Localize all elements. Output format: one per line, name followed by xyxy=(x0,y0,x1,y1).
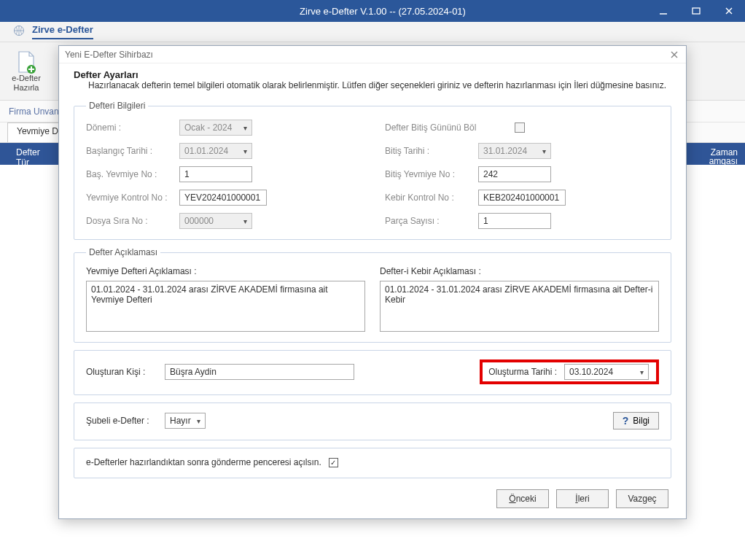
chevron-down-icon: ▾ xyxy=(197,417,200,425)
question-icon: ? xyxy=(623,415,629,427)
branch-label: Şubeli e-Defter : xyxy=(86,416,159,426)
prepare-edefter-label: e-Defter Hazırla xyxy=(8,74,44,91)
end-yevmiye-label: Bitiş Yevmiye No : xyxy=(385,169,472,179)
end-date-label: Bitiş Tarihi : xyxy=(385,146,472,156)
window-title: Zirve e-Defter V.1.00 -- (27.05.2024-01) xyxy=(20,6,745,17)
yevmiye-control-input[interactable] xyxy=(179,190,267,206)
ribbon-tab-active[interactable]: Zirve e-Defter xyxy=(32,24,93,39)
period-combo[interactable]: Ocak - 2024▾ xyxy=(179,120,252,136)
app-icon-small xyxy=(0,6,20,16)
creator-label: Oluşturan Kişi : xyxy=(86,367,159,377)
file-seq-label: Dosya Sıra No : xyxy=(86,216,173,226)
chevron-down-icon: ▾ xyxy=(640,368,644,376)
after-prepare-label: e-Defterler hazırlandıktan sonra gönderm… xyxy=(86,457,321,467)
wizard-footer: Önceki İleri Vazgeç xyxy=(496,489,668,508)
file-seq-field: Dosya Sıra No : 000000▾ xyxy=(86,213,363,229)
start-yevmiye-input[interactable] xyxy=(179,166,252,182)
yevmiye-control-field: Yevmiye Kontrol No : xyxy=(86,190,363,206)
ribbon-tabs: Zirve e-Defter xyxy=(0,22,745,42)
info-button[interactable]: ? Bilgi xyxy=(613,412,659,429)
creator-input[interactable] xyxy=(165,364,354,380)
part-count-input[interactable] xyxy=(478,213,551,229)
modal-heading: Defter Ayarları xyxy=(74,69,676,80)
end-yevmiye-input[interactable] xyxy=(478,166,551,182)
group-defter-aciklamasi: Defter Açıklaması Yevmiye Defteri Açıkla… xyxy=(74,247,671,343)
info-button-label: Bilgi xyxy=(633,416,650,426)
chevron-down-icon: ▾ xyxy=(542,147,546,155)
chevron-down-icon: ▾ xyxy=(243,124,247,132)
close-button[interactable] xyxy=(712,0,745,22)
period-label: Dönemi : xyxy=(86,122,173,133)
firma-label: Firma Unvan xyxy=(9,106,59,117)
end-date-combo[interactable]: 31.01.2024▾ xyxy=(478,143,551,159)
creation-date-combo[interactable]: 03.10.2024 ▾ xyxy=(564,364,649,380)
cancel-button[interactable]: Vazgeç xyxy=(616,489,668,508)
after-prepare-checkbox[interactable]: ✓ xyxy=(329,458,338,467)
yevmiye-desc-textarea[interactable]: 01.01.2024 - 31.01.2024 arası ZİRVE AKAD… xyxy=(86,281,365,332)
split-end-day-checkbox[interactable] xyxy=(515,122,525,133)
yevmiye-desc-label: Yevmiye Defteri Açıklaması : xyxy=(86,266,365,276)
creation-date-label: Oluşturma Tarihi : xyxy=(488,367,557,377)
kebir-desc-textarea[interactable]: 01.01.2024 - 31.01.2024 arası ZİRVE AKAD… xyxy=(380,281,659,332)
file-seq-combo[interactable]: 000000▾ xyxy=(179,213,252,229)
period-field: Dönemi : Ocak - 2024▾ xyxy=(86,120,363,136)
group-branch: Şubeli e-Defter : Hayır▾ ? Bilgi xyxy=(74,402,671,440)
chevron-down-icon: ▾ xyxy=(243,147,247,155)
legend-defter-bilgileri: Defteri Bilgileri xyxy=(86,101,148,111)
svg-rect-1 xyxy=(693,8,700,14)
creator-field: Oluşturan Kişi : xyxy=(86,364,354,380)
start-date-combo[interactable]: 01.01.2024▾ xyxy=(179,143,252,159)
globe-icon xyxy=(13,25,25,39)
part-count-label: Parça Sayısı : xyxy=(385,216,472,226)
next-button[interactable]: İleri xyxy=(556,489,609,508)
end-date-field: Bitiş Tarihi : 31.01.2024▾ xyxy=(385,143,659,159)
part-count-field: Parça Sayısı : xyxy=(385,213,659,229)
modal-description: Hazırlanacak defterin temel bilgileri ot… xyxy=(88,80,676,90)
branch-field: Şubeli e-Defter : Hayır▾ xyxy=(86,413,206,429)
modal-close-button[interactable] xyxy=(667,47,682,62)
new-edefter-wizard-modal: Yeni E-Defter Sihirbazı Defter Ayarları … xyxy=(58,45,687,519)
end-yevmiye-field: Bitiş Yevmiye No : xyxy=(385,166,659,182)
kebir-control-input[interactable] xyxy=(478,190,566,206)
previous-button[interactable]: Önceki xyxy=(496,489,549,508)
col-zaman-damgasi: Zaman amgası xyxy=(702,143,745,165)
start-yevmiye-label: Baş. Yevmiye No : xyxy=(86,169,173,179)
split-end-day-label: Defter Bitiş Gününü Böl xyxy=(385,122,509,133)
modal-titlebar: Yeni E-Defter Sihirbazı xyxy=(59,46,686,63)
group-defter-bilgileri: Defteri Bilgileri Dönemi : Ocak - 2024▾ … xyxy=(74,101,671,240)
modal-header: Defter Ayarları Hazırlanacak defterin te… xyxy=(59,63,686,101)
new-document-plus-icon xyxy=(15,50,38,74)
window-titlebar: Zirve e-Defter V.1.00 -- (27.05.2024-01) xyxy=(0,0,745,22)
kebir-desc-label: Defter-i Kebir Açıklaması : xyxy=(380,266,659,276)
chevron-down-icon: ▾ xyxy=(243,217,247,225)
branch-combo[interactable]: Hayır▾ xyxy=(165,413,206,429)
start-yevmiye-field: Baş. Yevmiye No : xyxy=(86,166,363,182)
start-date-field: Başlangıç Tarihi : 01.01.2024▾ xyxy=(86,143,363,159)
prepare-edefter-button[interactable]: e-Defter Hazırla xyxy=(6,45,47,97)
yevmiye-control-label: Yevmiye Kontrol No : xyxy=(86,192,173,203)
kebir-control-label: Kebir Kontrol No : xyxy=(385,192,472,203)
minimize-button[interactable] xyxy=(647,0,679,22)
group-after-prepare: e-Defterler hazırlandıktan sonra gönderm… xyxy=(74,448,671,478)
group-creator: Oluşturan Kişi : Oluşturma Tarihi : 03.1… xyxy=(74,350,671,395)
col-defter-tur: Defter Tür xyxy=(9,143,60,165)
legend-defter-aciklamasi: Defter Açıklaması xyxy=(86,247,160,257)
kebir-control-field: Kebir Kontrol No : xyxy=(385,190,659,206)
maximize-button[interactable] xyxy=(679,0,712,22)
creation-date-highlight: Oluşturma Tarihi : 03.10.2024 ▾ xyxy=(480,359,659,384)
modal-title-text: Yeni E-Defter Sihirbazı xyxy=(65,50,153,60)
split-end-day-field: Defter Bitiş Gününü Böl xyxy=(385,120,659,136)
start-date-label: Başlangıç Tarihi : xyxy=(86,146,173,156)
